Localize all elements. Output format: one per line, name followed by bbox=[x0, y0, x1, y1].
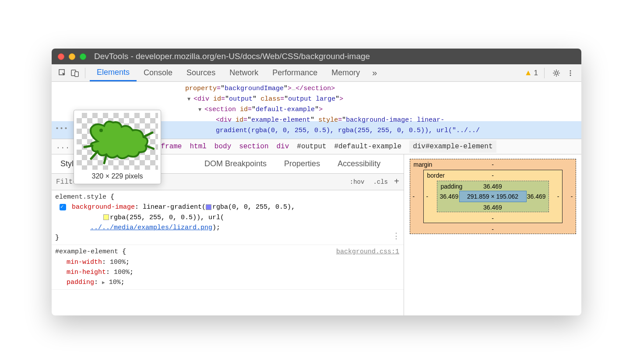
tab-performance[interactable]: Performance bbox=[265, 64, 324, 81]
close-icon[interactable] bbox=[58, 53, 64, 60]
crumb-selected[interactable]: div#example-element bbox=[409, 140, 496, 153]
warnings-indicator[interactable]: ▲ 1 bbox=[524, 68, 538, 77]
checkbox[interactable] bbox=[60, 204, 66, 210]
box-model-panel: margin - - - - border - - - - padding 36… bbox=[404, 154, 581, 315]
svg-point-7 bbox=[99, 129, 103, 132]
more-menu-icon[interactable] bbox=[565, 67, 576, 79]
image-dimensions: 320 × 229 pixels bbox=[77, 170, 158, 181]
image-preview-popover: 320 × 229 pixels bbox=[74, 110, 161, 184]
tab-elements[interactable]: Elements bbox=[90, 64, 137, 81]
box-content[interactable]: 291.859 × 195.062 bbox=[459, 191, 527, 202]
tab-memory[interactable]: Memory bbox=[324, 64, 367, 81]
window-title: DevTools - developer.mozilla.org/en-US/d… bbox=[94, 52, 370, 61]
image-thumbnail bbox=[77, 113, 158, 170]
svg-point-6 bbox=[570, 74, 571, 76]
svg-point-3 bbox=[555, 72, 558, 74]
devtools-window: DevTools - developer.mozilla.org/en-US/d… bbox=[52, 49, 581, 315]
maximize-icon[interactable] bbox=[80, 53, 86, 60]
tab-console[interactable]: Console bbox=[137, 64, 179, 81]
crumb[interactable]: #output bbox=[297, 143, 326, 150]
inspect-icon[interactable] bbox=[57, 67, 68, 79]
subtab-dom-breakpoints[interactable]: DOM Breakpoints bbox=[196, 154, 275, 173]
color-swatch-icon[interactable] bbox=[206, 204, 211, 210]
style-rule[interactable]: background.css:1 #example-element { min-… bbox=[52, 245, 404, 290]
main-toolbar: Elements Console Sources Network Perform… bbox=[52, 64, 581, 82]
breadcrumb-overflow[interactable]: ... bbox=[56, 143, 70, 150]
color-swatch-icon[interactable] bbox=[103, 214, 109, 220]
box-padding[interactable]: padding 36.469 36.469 36.469 36.469 291.… bbox=[437, 181, 549, 212]
crumb[interactable]: div bbox=[276, 143, 289, 150]
box-border[interactable]: border - - - - padding 36.469 36.469 36.… bbox=[423, 170, 563, 223]
crumb[interactable]: section bbox=[239, 143, 268, 150]
svg-point-4 bbox=[570, 70, 571, 71]
hov-toggle[interactable]: :hov bbox=[347, 178, 367, 186]
crumb[interactable]: #default-example bbox=[334, 143, 402, 150]
tab-sources[interactable]: Sources bbox=[179, 64, 222, 81]
cls-toggle[interactable]: .cls bbox=[370, 178, 390, 186]
source-link[interactable]: background.css:1 bbox=[336, 247, 399, 257]
warning-icon: ▲ bbox=[524, 68, 532, 77]
crumb[interactable]: body bbox=[215, 143, 231, 150]
crumb[interactable]: html bbox=[190, 143, 206, 150]
svg-point-5 bbox=[570, 72, 571, 74]
box-margin[interactable]: margin - - - - border - - - - padding 36… bbox=[410, 159, 576, 234]
add-rule-icon[interactable]: + bbox=[394, 177, 399, 187]
tab-network[interactable]: Network bbox=[222, 64, 265, 81]
window-controls bbox=[58, 53, 86, 60]
gear-icon[interactable] bbox=[551, 67, 562, 79]
divider bbox=[85, 68, 85, 78]
minimize-icon[interactable] bbox=[69, 53, 75, 60]
rule-menu-icon[interactable]: ⋮ bbox=[392, 231, 400, 243]
svg-rect-2 bbox=[75, 72, 78, 77]
titlebar: DevTools - developer.mozilla.org/en-US/d… bbox=[52, 49, 581, 64]
style-rule[interactable]: element.style { background-image: linear… bbox=[52, 190, 404, 245]
subtab-accessibility[interactable]: Accessibility bbox=[329, 154, 389, 173]
device-toggle-icon[interactable] bbox=[69, 67, 81, 79]
subtab-properties[interactable]: Properties bbox=[275, 154, 329, 173]
url-link[interactable]: ../../media/examples/lizard.png bbox=[90, 224, 212, 231]
divider bbox=[544, 68, 545, 78]
warnings-count: 1 bbox=[534, 69, 538, 77]
panel-tabs: Elements Console Sources Network Perform… bbox=[90, 64, 382, 81]
more-tabs-icon[interactable]: » bbox=[367, 68, 382, 78]
